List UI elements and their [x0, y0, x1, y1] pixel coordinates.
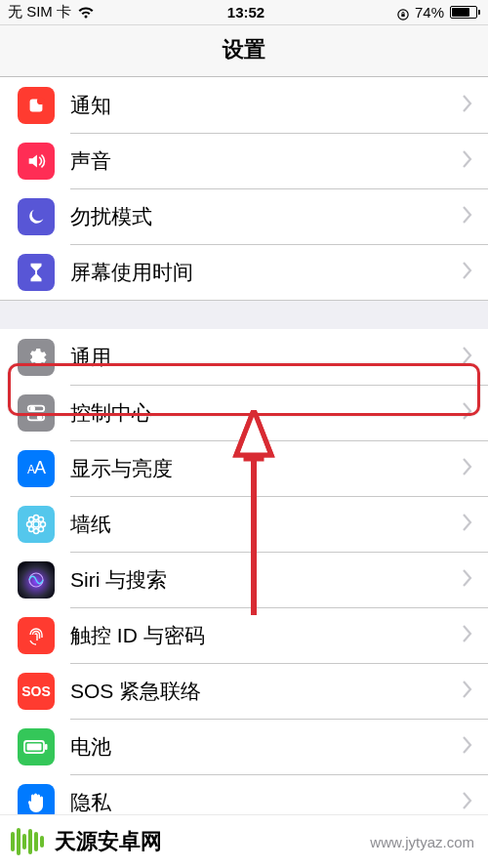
- row-display[interactable]: AA 显示与亮度: [0, 440, 488, 496]
- row-notifications[interactable]: 通知: [0, 77, 488, 133]
- gear-icon: [18, 339, 55, 376]
- chevron-right-icon: [463, 736, 472, 758]
- row-touchid[interactable]: 触控 ID 与密码: [0, 607, 488, 663]
- chevron-right-icon: [463, 625, 472, 646]
- svg-rect-1: [401, 14, 404, 17]
- chevron-right-icon: [463, 792, 472, 813]
- svg-rect-22: [17, 828, 20, 855]
- status-time: 13:52: [227, 4, 264, 21]
- speaker-icon: [18, 143, 55, 180]
- chevron-right-icon: [463, 262, 472, 283]
- svg-point-8: [33, 521, 39, 527]
- watermark-title: 天源安卓网: [55, 827, 370, 856]
- watermark-footer: 天源安卓网 www.jytyaz.com: [0, 814, 488, 868]
- svg-point-10: [34, 528, 39, 533]
- settings-group-2: 通用 控制中心 AA 显示与亮度 墙纸 Siri 与搜索 触控 ID 与密码: [0, 329, 488, 830]
- chevron-right-icon: [463, 150, 472, 172]
- row-control-center[interactable]: 控制中心: [0, 385, 488, 440]
- row-screentime[interactable]: 屏幕使用时间: [0, 244, 488, 300]
- chevron-right-icon: [463, 458, 472, 479]
- siri-icon: [18, 561, 55, 599]
- row-label: 屏幕使用时间: [70, 259, 463, 286]
- svg-rect-21: [11, 832, 15, 851]
- row-siri[interactable]: Siri 与搜索: [0, 552, 488, 607]
- sos-icon: SOS: [18, 673, 55, 710]
- settings-group-1: 通知 声音 勿扰模式 屏幕使用时间: [0, 77, 488, 300]
- wifi-icon: [77, 6, 95, 20]
- row-wallpaper[interactable]: 墙纸: [0, 496, 488, 552]
- chevron-right-icon: [463, 347, 472, 368]
- row-general[interactable]: 通用: [0, 329, 488, 385]
- svg-point-15: [29, 526, 34, 531]
- svg-rect-24: [28, 829, 32, 854]
- page-title: 设置: [0, 25, 488, 77]
- svg-rect-19: [27, 743, 42, 750]
- svg-point-3: [37, 97, 44, 103]
- row-label: 电池: [70, 733, 463, 761]
- svg-point-12: [41, 521, 46, 526]
- text-size-icon: AA: [18, 450, 55, 487]
- svg-point-5: [31, 406, 35, 410]
- svg-rect-25: [34, 832, 38, 851]
- row-label: 控制中心: [70, 399, 463, 427]
- watermark-logo-icon: [8, 822, 47, 861]
- svg-point-14: [39, 517, 44, 521]
- status-left: 无 SIM 卡: [8, 3, 95, 21]
- svg-point-11: [27, 521, 32, 526]
- fingerprint-icon: [18, 617, 55, 654]
- svg-rect-20: [45, 744, 48, 750]
- carrier-text: 无 SIM 卡: [8, 3, 71, 21]
- row-label: 通用: [70, 344, 463, 371]
- toggles-icon: [18, 394, 55, 432]
- row-label: SOS 紧急联络: [70, 678, 463, 705]
- chevron-right-icon: [463, 95, 472, 116]
- svg-point-16: [39, 526, 44, 531]
- row-label: 通知: [70, 92, 463, 119]
- chevron-right-icon: [463, 569, 472, 591]
- hourglass-icon: [18, 254, 55, 291]
- row-label: Siri 与搜索: [70, 566, 463, 594]
- svg-point-7: [38, 415, 42, 419]
- row-battery[interactable]: 电池: [0, 719, 488, 774]
- battery-pct: 74%: [415, 4, 444, 21]
- row-label: 勿扰模式: [70, 203, 463, 230]
- moon-icon: [18, 198, 55, 235]
- svg-rect-23: [22, 834, 26, 849]
- row-dnd[interactable]: 勿扰模式: [0, 188, 488, 244]
- chevron-right-icon: [463, 681, 472, 702]
- status-right: 74%: [397, 4, 480, 21]
- watermark-url: www.jytyaz.com: [370, 834, 474, 850]
- row-label: 触控 ID 与密码: [70, 622, 463, 649]
- svg-point-13: [29, 517, 34, 521]
- row-label: 声音: [70, 147, 463, 175]
- row-sos[interactable]: SOS SOS 紧急联络: [0, 663, 488, 719]
- svg-point-9: [34, 515, 39, 519]
- status-bar: 无 SIM 卡 13:52 74%: [0, 0, 488, 25]
- battery-icon: [450, 6, 480, 19]
- chevron-right-icon: [463, 514, 472, 535]
- chevron-right-icon: [463, 206, 472, 227]
- battery-icon: [18, 728, 55, 765]
- row-label: 墙纸: [70, 511, 463, 538]
- svg-rect-26: [40, 836, 44, 847]
- row-label: 隐私: [70, 789, 463, 816]
- bell-icon: [18, 87, 55, 124]
- chevron-right-icon: [463, 402, 472, 424]
- orientation-lock-icon: [397, 7, 409, 19]
- flower-icon: [18, 506, 55, 543]
- row-sound[interactable]: 声音: [0, 133, 488, 188]
- row-label: 显示与亮度: [70, 455, 463, 482]
